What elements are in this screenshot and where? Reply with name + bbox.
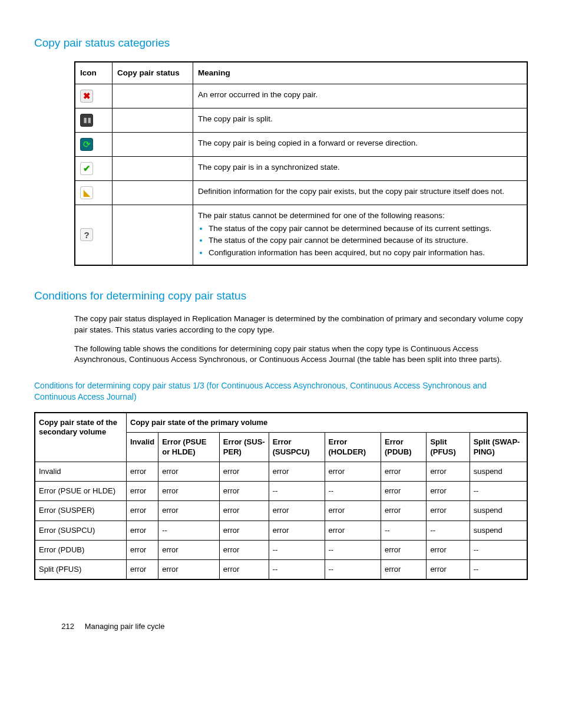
status-cell: [113, 205, 193, 265]
status-cell: [113, 156, 193, 180]
table-conditions-caption: Conditions for determining copy pair sta…: [34, 380, 528, 403]
table-row: ⟳ The copy pair is being copied in a for…: [75, 132, 527, 156]
cell: error: [158, 482, 220, 501]
table-row: ▮▮ The copy pair is split.: [75, 108, 527, 132]
error-icon: ✖: [80, 90, 93, 103]
cell: --: [269, 560, 325, 580]
table-row: Invaliderrorerrorerrorerrorerrorerrorerr…: [35, 462, 527, 481]
meaning-lead: The pair status cannot be determined for…: [198, 211, 445, 220]
cell: error: [219, 540, 269, 559]
row-label: Split (PFUS): [35, 560, 127, 580]
cell: error: [158, 560, 220, 580]
paragraph: The following table shows the conditions…: [74, 344, 528, 365]
cell: error: [127, 521, 158, 540]
table-row: Error (PDUB)errorerrorerror----errorerro…: [35, 540, 527, 559]
th-col: Invalid: [127, 433, 158, 462]
table-row: Error (SUSPER)errorerrorerrorerrorerrore…: [35, 501, 527, 521]
table-row: ◣ Definition information for the copy pa…: [75, 180, 527, 205]
cell: error: [381, 540, 426, 559]
cell: error: [219, 482, 269, 501]
th-col: Error (PSUE or HLDE): [158, 433, 220, 462]
cell: error: [427, 560, 470, 580]
check-icon: ✔: [80, 162, 93, 175]
row-label: Error (SUSPER): [35, 501, 127, 521]
cell: --: [269, 540, 325, 559]
cell: suspend: [470, 501, 527, 521]
th-col: Split (PFUS): [427, 433, 470, 462]
cell: error: [325, 462, 381, 481]
cell: --: [158, 521, 220, 540]
unknown-icon: ?: [80, 228, 93, 241]
th-primary: Copy pair state of the primary volume: [127, 413, 528, 433]
cell: error: [381, 501, 426, 521]
meaning-cell: The copy pair is being copied in a forwa…: [193, 132, 528, 156]
pause-icon: ▮▮: [80, 114, 93, 127]
meaning-cell: The copy pair is in a synchronized state…: [193, 156, 528, 180]
cell: --: [427, 521, 470, 540]
cell: error: [127, 462, 158, 481]
cell: error: [269, 501, 325, 521]
table-row: ? The pair status cannot be determined f…: [75, 205, 527, 265]
cell: error: [158, 501, 220, 521]
table-row: Error (SUSPCU)error--errorerrorerror----…: [35, 521, 527, 540]
cell: suspend: [470, 462, 527, 481]
status-cell: [113, 132, 193, 156]
cell: error: [127, 482, 158, 501]
cell: error: [158, 540, 220, 559]
list-item: The status of the copy pair cannot be de…: [209, 235, 522, 246]
cell: error: [219, 462, 269, 481]
cell: error: [158, 462, 220, 481]
page-number: 212: [34, 621, 82, 632]
row-label: Error (SUSPCU): [35, 521, 127, 540]
cell: error: [127, 540, 158, 559]
th-col: Error (SUS-PER): [219, 433, 269, 462]
cell: error: [427, 482, 470, 501]
paragraph: The copy pair status displayed in Replic…: [74, 314, 528, 335]
table-status-categories: Icon Copy pair status Meaning ✖ An error…: [74, 61, 528, 266]
cell: error: [427, 462, 470, 481]
th-secondary: Copy pair state of the secondary volume: [35, 413, 127, 462]
definition-only-icon: ◣: [80, 186, 93, 199]
status-cell: [113, 108, 193, 132]
reasons-list: The status of the copy pair cannot be de…: [198, 223, 522, 258]
cycle-icon: ⟳: [80, 138, 93, 151]
cell: --: [325, 560, 381, 580]
cell: error: [219, 501, 269, 521]
row-label: Error (PSUE or HLDE): [35, 482, 127, 501]
table-status-categories-wrap: Icon Copy pair status Meaning ✖ An error…: [74, 61, 528, 266]
cell: error: [127, 560, 158, 580]
cell: error: [219, 560, 269, 580]
chapter-title: Managing pair life cycle: [85, 622, 165, 631]
status-cell: [113, 180, 193, 205]
th-status: Copy pair status: [113, 62, 193, 84]
cell: --: [269, 482, 325, 501]
cell: error: [127, 501, 158, 521]
th-col: Error (SUSPCU): [269, 433, 325, 462]
meaning-cell: Definition information for the copy pair…: [193, 180, 528, 205]
cell: --: [325, 482, 381, 501]
th-col: Error (HOLDER): [325, 433, 381, 462]
table-conditions: Copy pair state of the secondary volume …: [34, 412, 528, 580]
cell: error: [219, 521, 269, 540]
th-col: Error (PDUB): [381, 433, 426, 462]
cell: error: [381, 482, 426, 501]
table-row: ✔ The copy pair is in a synchronized sta…: [75, 156, 527, 180]
cell: --: [325, 540, 381, 559]
cell: --: [470, 560, 527, 580]
cell: error: [325, 501, 381, 521]
meaning-cell: The pair status cannot be determined for…: [193, 205, 528, 265]
page-footer: 212 Managing pair life cycle: [34, 621, 528, 632]
th-col: Split (SWAP-PING): [470, 433, 527, 462]
status-cell: [113, 84, 193, 108]
th-meaning: Meaning: [193, 62, 528, 84]
cell: error: [325, 521, 381, 540]
heading-conditions: Conditions for determining copy pair sta…: [34, 288, 528, 304]
table-row: Error (PSUE or HLDE)errorerrorerror----e…: [35, 482, 527, 501]
cell: --: [381, 521, 426, 540]
cell: error: [381, 560, 426, 580]
cell: suspend: [470, 521, 527, 540]
list-item: The status of the copy pair cannot be de…: [209, 223, 522, 234]
cell: --: [470, 482, 527, 501]
cell: error: [427, 540, 470, 559]
cell: error: [381, 462, 426, 481]
